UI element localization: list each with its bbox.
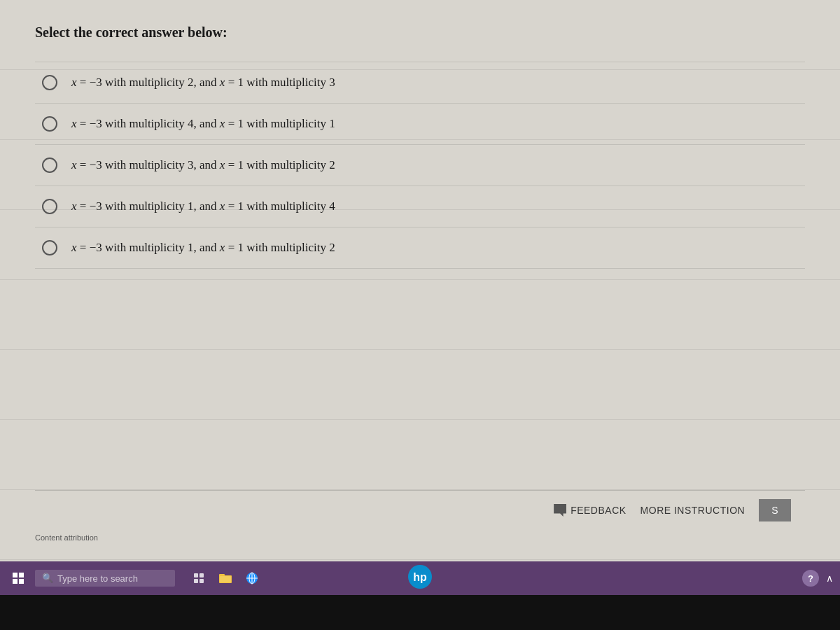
option-b-text: x = −3 with multiplicity 4, and x = 1 wi… [71, 117, 335, 131]
question-prompt: Select the correct answer below: [35, 24, 805, 41]
radio-e[interactable] [42, 240, 57, 255]
file-explorer-icon[interactable] [214, 567, 237, 589]
radio-b[interactable] [42, 116, 57, 132]
bottom-bezel [0, 595, 840, 630]
action-bar: FEEDBACK MORE INSTRUCTION S [35, 490, 805, 530]
more-instruction-button[interactable]: MORE INSTRUCTION [640, 505, 746, 516]
help-icon: ? [808, 573, 813, 584]
windows-start-button[interactable] [7, 567, 29, 589]
option-d-text: x = −3 with multiplicity 1, and x = 1 wi… [71, 200, 335, 214]
svg-text:hp: hp [413, 571, 427, 583]
content-area: Select the correct answer below: x = −3 … [0, 0, 840, 561]
feedback-icon [554, 504, 566, 517]
radio-d[interactable] [42, 199, 57, 214]
search-placeholder: Type here to search [57, 573, 138, 584]
options-list: x = −3 with multiplicity 2, and x = 1 wi… [35, 62, 805, 490]
task-view-icon[interactable] [188, 567, 210, 589]
search-icon: 🔍 [42, 573, 53, 584]
taskbar-right: ? ∧ [802, 570, 833, 587]
option-c-text: x = −3 with multiplicity 3, and x = 1 wi… [71, 158, 335, 172]
radio-a[interactable] [42, 75, 57, 90]
option-b[interactable]: x = −3 with multiplicity 4, and x = 1 wi… [35, 104, 805, 145]
help-button[interactable]: ? [802, 570, 819, 587]
taskbar: 🔍 Type here to search [0, 561, 840, 595]
browser-icon[interactable] [241, 567, 263, 589]
submit-button[interactable]: S [759, 499, 791, 522]
screen: Select the correct answer below: x = −3 … [0, 0, 840, 630]
option-e-text: x = −3 with multiplicity 1, and x = 1 wi… [71, 241, 335, 255]
svg-rect-3 [200, 579, 204, 583]
feedback-button[interactable]: FEEDBACK [554, 504, 626, 517]
content-attribution: Content attribution [35, 530, 805, 547]
windows-logo-icon [13, 573, 24, 584]
svg-rect-6 [220, 576, 231, 582]
svg-rect-2 [194, 579, 198, 583]
option-c[interactable]: x = −3 with multiplicity 3, and x = 1 wi… [35, 145, 805, 186]
search-bar[interactable]: 🔍 Type here to search [35, 570, 175, 587]
option-a-text: x = −3 with multiplicity 2, and x = 1 wi… [71, 76, 335, 90]
option-a[interactable]: x = −3 with multiplicity 2, and x = 1 wi… [35, 62, 805, 104]
chevron-up-icon[interactable]: ∧ [826, 573, 833, 584]
taskbar-icons [188, 567, 263, 589]
svg-rect-1 [200, 573, 204, 578]
option-d[interactable]: x = −3 with multiplicity 1, and x = 1 wi… [35, 186, 805, 227]
radio-c[interactable] [42, 158, 57, 173]
option-e[interactable]: x = −3 with multiplicity 1, and x = 1 wi… [35, 227, 805, 269]
hp-logo: hp [407, 564, 433, 592]
svg-rect-0 [194, 573, 198, 578]
feedback-label: FEEDBACK [570, 505, 626, 516]
